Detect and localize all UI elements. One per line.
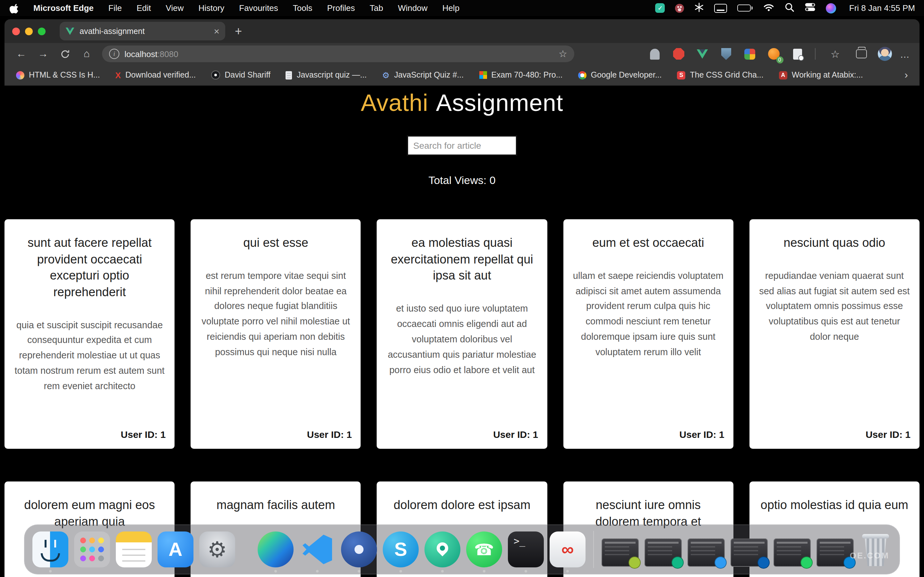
microsoft-edge-dock-icon[interactable]: [258, 532, 294, 567]
home-button[interactable]: ⌂: [76, 45, 97, 63]
address-bar[interactable]: i localhost:8080 ☆: [102, 45, 574, 62]
article-title: eum et est occaecati: [572, 235, 724, 251]
minimized-window-thumbnail[interactable]: [688, 538, 725, 567]
control-center-icon[interactable]: [805, 3, 816, 13]
window-zoom-button[interactable]: [38, 27, 45, 35]
document-icon: [286, 71, 292, 79]
bookmark-item[interactable]: AWorking at Atabix:...: [779, 71, 863, 79]
app-store-dock-icon[interactable]: A: [158, 532, 194, 567]
colorzilla-extension-icon[interactable]: [742, 46, 758, 61]
window-close-button[interactable]: [12, 27, 20, 35]
bookmark-item[interactable]: SThe CSS Grid Cha...: [677, 71, 764, 79]
vue-devtools-extension-icon[interactable]: [695, 46, 710, 61]
menubar-item-history[interactable]: History: [198, 3, 224, 13]
back-button[interactable]: ←: [11, 45, 31, 63]
collections-button[interactable]: [854, 46, 869, 61]
refresh-button[interactable]: [55, 45, 75, 63]
article-card: ea molestias quasi exercitationem repell…: [377, 219, 547, 449]
bookmark-item[interactable]: XDownload verified...: [115, 70, 196, 80]
watermark-text: OE.COM: [850, 551, 889, 560]
minimized-window-thumbnail[interactable]: [645, 538, 682, 567]
gear-icon: ⚙: [382, 71, 389, 79]
bookmark-item[interactable]: Google Developer...: [578, 71, 662, 79]
vue-favicon-icon: [65, 27, 74, 35]
menubar-left: Microsoft Edge File Edit View History Fa…: [9, 3, 459, 13]
dock-separator: [593, 531, 594, 568]
location-app-dock-icon[interactable]: [425, 532, 460, 567]
browser-toolbar: ← → ⌂ i localhost:8080 ☆ 0: [5, 43, 919, 65]
profile-avatar[interactable]: [877, 47, 892, 61]
spotlight-icon[interactable]: [785, 2, 795, 14]
bookmark-item[interactable]: Exam 70-480: Pro...: [479, 71, 562, 79]
privacy-shield-extension-icon[interactable]: [718, 46, 734, 61]
dock: A ⚙ S ☎ >_ ∞: [24, 524, 900, 574]
total-views: Total Views: 0: [5, 174, 919, 187]
find-on-page-extension-icon[interactable]: [790, 46, 805, 61]
finder-dock-icon[interactable]: [32, 532, 68, 567]
url-port: :8080: [158, 49, 178, 59]
location-app-badge-icon: [672, 556, 684, 569]
menubar-item-help[interactable]: Help: [443, 3, 460, 13]
bookmark-item[interactable]: ⚙JavaScript Quiz #...: [382, 71, 464, 79]
skype-dock-icon[interactable]: S: [383, 532, 419, 567]
add-favorite-icon[interactable]: ☆: [559, 48, 567, 60]
menubar-clock[interactable]: Fri 8 Jan 4:55 PM: [849, 3, 915, 13]
article-card: nesciunt quas odio repudiandae veniam qu…: [750, 219, 919, 449]
system-settings-dock-icon[interactable]: ⚙: [199, 532, 235, 567]
minimized-window-thumbnail[interactable]: [602, 538, 639, 567]
wifi-icon[interactable]: [763, 3, 775, 13]
article-card: qui est esse est rerum tempore vitae seq…: [191, 219, 360, 449]
menubar-item-window[interactable]: Window: [398, 3, 428, 13]
menubar-item-edit[interactable]: Edit: [137, 3, 151, 13]
menubar-item-favourites[interactable]: Favourites: [239, 3, 278, 13]
snowflake-icon[interactable]: [695, 2, 704, 14]
menubar-item-tab[interactable]: Tab: [370, 3, 383, 13]
minimized-window-thumbnail[interactable]: [774, 538, 811, 567]
browser-tab[interactable]: avathi-assignment ×: [60, 22, 225, 40]
favorites-button[interactable]: ☆: [825, 45, 845, 63]
window-minimize-button[interactable]: [25, 27, 33, 35]
menubar-item-file[interactable]: File: [108, 3, 122, 13]
launchpad-dock-icon[interactable]: [74, 532, 110, 567]
article-body: et iusto sed quo iure voluptatem occaeca…: [386, 301, 538, 378]
bookmark-item[interactable]: HTML & CSS Is H...: [16, 71, 100, 79]
apple-menu-icon[interactable]: [9, 3, 19, 13]
google-circle-icon: [578, 71, 586, 79]
bookmark-item[interactable]: David Shariff: [211, 71, 270, 79]
settings-more-button[interactable]: …: [900, 48, 911, 59]
new-tab-button[interactable]: +: [235, 25, 242, 37]
site-info-icon[interactable]: i: [109, 49, 120, 59]
counter-extension-icon[interactable]: 0: [766, 46, 781, 61]
adblocker-extension-icon[interactable]: [671, 46, 686, 61]
menubar-item-profiles[interactable]: Profiles: [327, 3, 355, 13]
acrobat-dock-icon[interactable]: ∞: [549, 532, 586, 567]
menubar-item-view[interactable]: View: [166, 3, 184, 13]
bookmarks-overflow-chevron-icon[interactable]: ›: [905, 69, 908, 81]
whatsapp-dock-icon[interactable]: ☎: [466, 532, 502, 567]
battery-icon[interactable]: [738, 5, 753, 11]
vs-code-dock-icon[interactable]: [299, 532, 335, 567]
trash-icon[interactable]: [859, 532, 892, 567]
menubar: Microsoft Edge File Edit View History Fa…: [0, 0, 924, 16]
blue-circle-app-dock-icon[interactable]: [341, 532, 377, 567]
microsoft-grid-icon: [479, 71, 487, 79]
terminal-dock-icon[interactable]: >_: [508, 532, 544, 567]
minimized-window-thumbnail[interactable]: [817, 538, 854, 567]
article-user-id: User ID: 1: [200, 429, 352, 440]
search-input[interactable]: [407, 135, 517, 156]
menubar-app-name[interactable]: Microsoft Edge: [33, 3, 94, 13]
ghostery-extension-icon[interactable]: [647, 46, 662, 61]
keyboard-icon[interactable]: [714, 3, 727, 13]
paw-icon[interactable]: [675, 3, 684, 13]
check-badge-icon[interactable]: ✓: [656, 3, 665, 13]
battery-nub: [752, 7, 753, 10]
forward-button[interactable]: →: [33, 45, 53, 63]
bookmark-item[interactable]: Javascript quiz —...: [286, 71, 367, 79]
tab-close-icon[interactable]: ×: [214, 26, 220, 36]
siri-icon[interactable]: [826, 3, 837, 13]
article-title: optio molestias id quia eum: [758, 497, 911, 513]
menubar-item-tools[interactable]: Tools: [293, 3, 312, 13]
notes-dock-icon[interactable]: [116, 532, 152, 567]
minimized-window-thumbnail[interactable]: [730, 538, 768, 567]
page-title-rest: Assignment: [436, 90, 564, 116]
